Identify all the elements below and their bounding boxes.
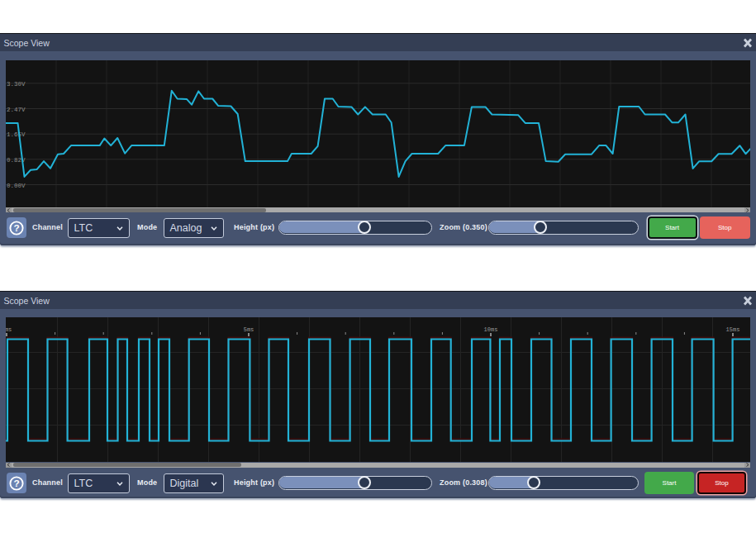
svg-text:2.47V: 2.47V	[7, 106, 26, 112]
svg-text:3.30V: 3.30V	[7, 81, 26, 88]
svg-text:0.00V: 0.00V	[7, 182, 26, 188]
svg-text:10ms: 10ms	[484, 326, 498, 333]
svg-text:5ms: 5ms	[244, 326, 254, 333]
svg-text:15ms: 15ms	[726, 326, 740, 333]
svg-text:1.65V: 1.65V	[7, 131, 26, 138]
svg-text:?: ?	[13, 478, 19, 489]
svg-text:0ms: 0ms	[6, 326, 12, 333]
svg-text:?: ?	[13, 222, 19, 234]
